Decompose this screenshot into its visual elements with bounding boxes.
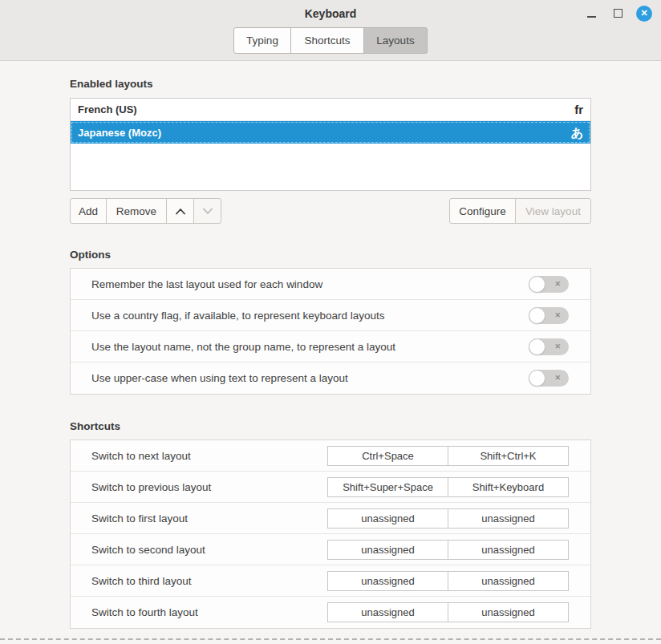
shortcut-label: Switch to previous layout [91, 481, 211, 493]
window-header: Keyboard ✕ Typing Shortcuts Layouts [0, 0, 661, 61]
window-controls: ✕ [583, 0, 652, 26]
enabled-layouts-list: French (US)frJapanese (Mozc)あ [70, 98, 591, 191]
view-layout-button[interactable]: View layout [515, 198, 591, 224]
option-row: Remember the last layout used for each w… [71, 269, 590, 300]
close-button[interactable]: ✕ [636, 6, 652, 22]
option-label: Use the layout name, not the group name,… [91, 341, 395, 353]
keybinding-button[interactable]: unassigned [327, 602, 448, 622]
keybinding-group: unassignedunassigned [327, 540, 569, 560]
toggle-knob [529, 307, 545, 324]
move-layout-down-button[interactable] [193, 198, 221, 224]
options-heading: Options [70, 249, 591, 261]
shortcuts-panel: Switch to next layoutCtrl+SpaceShift+Ctr… [70, 439, 591, 629]
layout-edit-button-group: Add Remove [70, 198, 221, 224]
toggle-off-icon: ✕ [554, 307, 561, 324]
remove-layout-button[interactable]: Remove [106, 198, 167, 224]
shortcut-label: Switch to third layout [91, 575, 192, 587]
shortcut-label: Switch to next layout [91, 450, 191, 462]
option-row: Use a country flag, if available, to rep… [71, 300, 590, 331]
titlebar: Keyboard ✕ [0, 0, 661, 26]
enabled-layouts-heading: Enabled layouts [70, 78, 591, 90]
toggle-knob [529, 338, 545, 355]
tab-bar: Typing Shortcuts Layouts [0, 26, 661, 61]
layout-row[interactable]: French (US)fr [71, 99, 590, 121]
tab-layouts[interactable]: Layouts [363, 27, 428, 54]
minimize-icon [587, 16, 596, 18]
maximize-icon [614, 9, 622, 18]
shortcut-label: Switch to fourth layout [91, 606, 198, 618]
toggle-knob [529, 276, 545, 293]
option-row: Use the layout name, not the group name,… [71, 331, 590, 363]
layout-list-actions: Add Remove Configure View layout [70, 198, 591, 224]
tab-group: Typing Shortcuts Layouts [233, 27, 428, 54]
layout-name: French (US) [78, 103, 137, 115]
shortcut-row: Switch to previous layoutShift+Super+Spa… [71, 472, 590, 503]
option-label: Use a country flag, if available, to rep… [91, 310, 384, 322]
window-resize-edge [0, 638, 661, 640]
shortcut-row: Switch to third layoutunassignedunassign… [71, 565, 590, 597]
keybinding-button[interactable]: unassigned [327, 508, 448, 529]
shortcut-label: Switch to second layout [91, 544, 205, 556]
keybinding-button[interactable]: unassigned [448, 602, 569, 622]
toggle-knob [529, 370, 545, 387]
layout-name: Japanese (Mozc) [78, 127, 161, 139]
keybinding-group: unassignedunassigned [327, 508, 569, 529]
keybinding-button[interactable]: Shift+Keyboard [448, 477, 569, 497]
keybinding-group: Ctrl+SpaceShift+Ctrl+K [327, 446, 569, 466]
layout-row[interactable]: Japanese (Mozc)あ [71, 121, 590, 144]
layout-indicator-icon: fr [574, 103, 583, 115]
keybinding-button[interactable]: unassigned [327, 540, 448, 560]
toggle-off-icon: ✕ [554, 338, 561, 355]
keybinding-group: unassignedunassigned [327, 571, 569, 591]
shortcut-row: Switch to next layoutCtrl+SpaceShift+Ctr… [71, 440, 590, 472]
shortcuts-heading: Shortcuts [70, 420, 591, 432]
keybinding-button[interactable]: Ctrl+Space [327, 446, 448, 466]
keybinding-button[interactable]: Shift+Super+Space [327, 477, 448, 497]
toggle-switch[interactable]: ✕ [529, 370, 569, 387]
add-layout-button[interactable]: Add [70, 198, 107, 224]
shortcut-label: Switch to first layout [91, 512, 188, 525]
options-panel: Remember the last layout used for each w… [70, 268, 591, 395]
keybinding-button[interactable]: Shift+Ctrl+K [448, 446, 569, 466]
maximize-button[interactable] [610, 6, 626, 22]
configure-button[interactable]: Configure [449, 198, 516, 224]
option-row: Use upper-case when using text to repres… [71, 363, 590, 394]
shortcut-row: Switch to second layoutunassignedunassig… [71, 534, 590, 565]
tab-shortcuts[interactable]: Shortcuts [290, 27, 364, 54]
layouts-page: Enabled layouts French (US)frJapanese (M… [0, 61, 661, 629]
tab-typing[interactable]: Typing [233, 27, 291, 54]
keybinding-button[interactable]: unassigned [448, 508, 569, 529]
shortcut-row: Switch to fourth layoutunassignedunassig… [71, 597, 590, 628]
layout-indicator-icon: あ [571, 127, 583, 139]
close-icon: ✕ [640, 9, 647, 18]
toggle-switch[interactable]: ✕ [529, 338, 569, 355]
toggle-switch[interactable]: ✕ [529, 307, 569, 324]
keyboard-settings-window: Keyboard ✕ Typing Shortcuts Layouts [0, 0, 661, 644]
shortcut-row: Switch to first layoutunassignedunassign… [71, 503, 590, 534]
toggle-off-icon: ✕ [554, 370, 561, 387]
move-layout-up-button[interactable] [166, 198, 194, 224]
keybinding-group: Shift+Super+SpaceShift+Keyboard [327, 477, 569, 497]
minimize-button[interactable] [583, 6, 599, 22]
layout-config-button-group: Configure View layout [449, 198, 591, 224]
keybinding-group: unassignedunassigned [327, 602, 569, 622]
keybinding-button[interactable]: unassigned [327, 571, 448, 591]
option-label: Remember the last layout used for each w… [91, 278, 322, 290]
option-label: Use upper-case when using text to repres… [91, 372, 348, 384]
chevron-down-icon [202, 208, 213, 215]
toggle-switch[interactable]: ✕ [529, 276, 569, 293]
keybinding-button[interactable]: unassigned [448, 540, 569, 560]
chevron-up-icon [175, 208, 186, 215]
keybinding-button[interactable]: unassigned [448, 571, 569, 591]
window-title: Keyboard [305, 7, 357, 20]
toggle-off-icon: ✕ [554, 276, 561, 293]
